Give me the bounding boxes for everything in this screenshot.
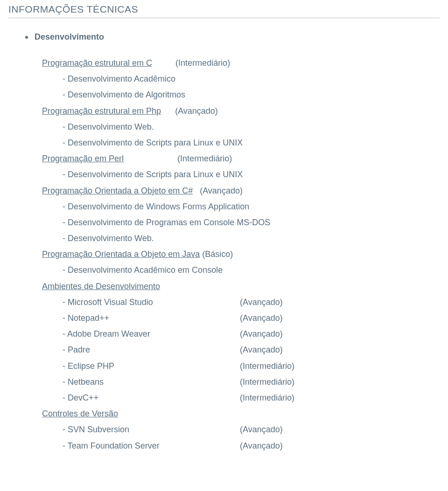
skill-row: Programação Orientada a Objeto em Java (… <box>42 246 440 262</box>
env-level: (Intermediário) <box>240 358 294 374</box>
environments-heading: Ambientes de Desenvolvimento <box>42 278 440 294</box>
section-heading: Desenvolvimento <box>35 32 104 42</box>
env-name: - Notepad++ <box>63 310 240 326</box>
spacer <box>193 183 200 199</box>
env-level: (Avançado) <box>240 310 283 326</box>
env-name: - Netbeans <box>63 374 240 390</box>
env-row: - Eclipse PHP (Intermediário) <box>63 358 440 374</box>
vc-row: - SVN Subversion (Avançado) <box>63 422 440 437</box>
skill-name: Programação Orientada a Objeto em Java <box>42 246 200 262</box>
skill-row: Programação estrutural em C (Intermediár… <box>42 55 440 71</box>
content-block: Programação estrutural em C (Intermediár… <box>42 55 440 454</box>
skill-level: (Intermediário) <box>175 55 230 71</box>
env-row: - Microsoft Visual Studio (Avançado) <box>63 294 440 310</box>
env-row: - DevC++ (Intermediário) <box>63 390 440 406</box>
env-row: - Padre (Avançado) <box>63 342 440 358</box>
skill-detail: - Desenvolvimento Acadêmico <box>63 71 440 87</box>
vc-level: (Avançado) <box>240 438 283 454</box>
skill-detail: - Desenvolvimento Web. <box>63 119 440 135</box>
env-name: - Adobe Dream Weaver <box>63 326 240 342</box>
env-row: - Netbeans (Intermediário) <box>63 374 440 390</box>
spacer <box>161 103 175 119</box>
bullet-icon <box>25 36 28 39</box>
skill-level: (Avançado) <box>175 103 218 119</box>
skill-detail: - Desenvolvimento Web. <box>63 230 440 246</box>
env-level: (Intermediário) <box>240 390 294 406</box>
skill-detail: - Desenvolvimento de Scripts para Linux … <box>63 135 440 151</box>
skill-name: Programação em Perl <box>42 151 124 166</box>
env-level: (Intermediário) <box>240 374 294 390</box>
env-name: - DevC++ <box>63 390 240 406</box>
env-name: - Padre <box>63 342 240 358</box>
skill-row: Programação Orientada a Objeto em C# (Av… <box>42 183 440 199</box>
skill-level: (Intermediário) <box>177 151 232 166</box>
env-name: - Microsoft Visual Studio <box>63 294 240 310</box>
env-level: (Avançado) <box>240 326 283 342</box>
skill-row: Programação estrutural em Php (Avançado) <box>42 103 440 119</box>
skill-level: (Avançado) <box>200 183 243 199</box>
spacer <box>152 55 175 71</box>
vc-name: - Team Foundation Server <box>63 438 240 454</box>
skill-detail: - Desenvolvimento de Scripts para Linux … <box>63 166 440 182</box>
env-level: (Avançado) <box>240 342 283 358</box>
version-control-heading: Controles de Versão <box>42 406 440 422</box>
vc-row: - Team Foundation Server (Avançado) <box>63 438 440 454</box>
env-level: (Avançado) <box>240 294 283 310</box>
skill-detail: - Desenvolvimento de Windows Forms Appli… <box>63 199 440 214</box>
skill-row: Programação em Perl (Intermediário) <box>42 151 440 166</box>
document-page: INFORMAÇÕES TÉCNICAS Desenvolvimento Pro… <box>0 0 448 472</box>
vc-level: (Avançado) <box>240 422 283 437</box>
section-title: INFORMAÇÕES TÉCNICAS <box>8 4 440 18</box>
section-heading-row: Desenvolvimento <box>25 32 440 42</box>
spacer <box>124 151 177 166</box>
skill-detail: - Desenvolvimento de Programas em Consol… <box>63 214 440 230</box>
env-row: - Notepad++ (Avançado) <box>63 310 440 326</box>
skill-level: (Básico) <box>202 246 233 262</box>
env-name: - Eclipse PHP <box>63 358 240 374</box>
skill-name: Programação Orientada a Objeto em C# <box>42 183 193 199</box>
skill-name: Programação estrutural em Php <box>42 103 161 119</box>
skill-detail: - Desenvolvimento Acadêmico em Console <box>63 262 440 278</box>
skill-detail: - Desenvolvimento de Algoritmos <box>63 87 440 103</box>
env-row: - Adobe Dream Weaver (Avançado) <box>63 326 440 342</box>
skill-name: Programação estrutural em C <box>42 55 152 71</box>
vc-name: - SVN Subversion <box>63 422 240 437</box>
